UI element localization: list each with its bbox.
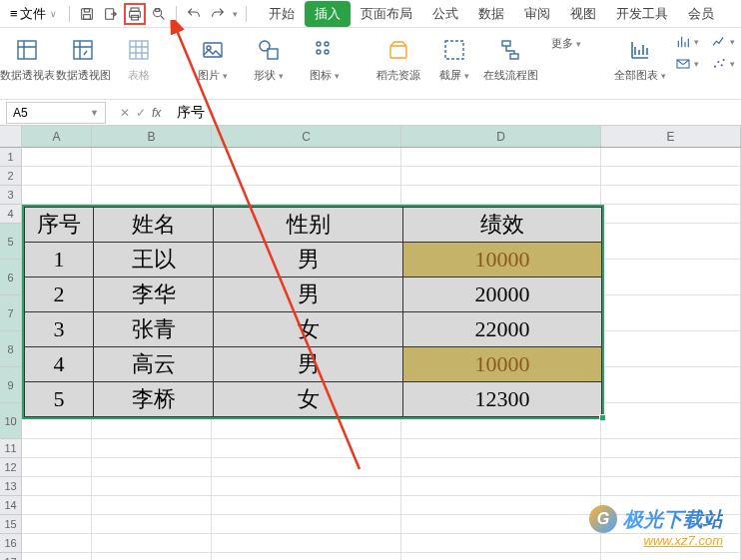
name-box[interactable]: A5 ▼ xyxy=(6,102,106,124)
data-cell[interactable]: 12300 xyxy=(403,382,602,417)
data-cell[interactable]: 女 xyxy=(214,382,403,417)
row-header[interactable]: 16 xyxy=(0,534,21,553)
cell[interactable] xyxy=(401,534,601,553)
data-cell[interactable]: 2 xyxy=(25,278,94,312)
cell[interactable] xyxy=(601,403,741,439)
cell[interactable] xyxy=(92,186,212,205)
cell[interactable] xyxy=(212,439,401,458)
cell[interactable] xyxy=(22,167,92,186)
more-button[interactable]: 更多 ▾ xyxy=(545,34,587,53)
data-cell[interactable]: 22000 xyxy=(403,312,602,347)
row-header[interactable]: 5 xyxy=(0,224,21,260)
cell[interactable] xyxy=(601,439,741,458)
cell[interactable] xyxy=(92,553,212,560)
cell[interactable] xyxy=(601,186,741,205)
cell[interactable] xyxy=(401,186,601,205)
cell[interactable] xyxy=(401,148,601,167)
cell[interactable] xyxy=(401,439,601,458)
shape-button[interactable]: 形状 ▾ xyxy=(248,34,290,85)
output-icon[interactable] xyxy=(100,3,122,25)
picture-button[interactable]: 图片 ▾ xyxy=(192,34,234,85)
print-icon[interactable] xyxy=(124,3,146,25)
col-header-B[interactable]: B xyxy=(92,126,212,147)
row-header[interactable]: 14 xyxy=(0,496,21,515)
chevron-down-icon[interactable]: ▾ xyxy=(231,9,240,19)
cell[interactable] xyxy=(22,515,92,534)
data-cell[interactable]: 男 xyxy=(214,347,403,382)
data-cell[interactable]: 李桥 xyxy=(94,382,214,417)
fx-button[interactable]: fx xyxy=(152,106,161,120)
tab-formula[interactable]: 公式 xyxy=(422,1,468,27)
data-cell[interactable]: 李华 xyxy=(94,278,214,312)
data-table[interactable]: 序号 姓名 性别 绩效 1王以男100002李华男200003张青女220004… xyxy=(24,207,602,417)
cell[interactable] xyxy=(601,553,741,560)
cell[interactable] xyxy=(212,496,401,515)
formula-input[interactable]: 序号 xyxy=(169,104,741,122)
chevron-down-icon[interactable]: ▼ xyxy=(90,108,99,118)
row-header[interactable]: 12 xyxy=(0,458,21,477)
cell[interactable] xyxy=(92,477,212,496)
row-header[interactable]: 7 xyxy=(0,295,21,331)
data-cell[interactable]: 5 xyxy=(25,382,94,417)
cell[interactable] xyxy=(22,496,92,515)
envelope-icon[interactable]: ▾ xyxy=(675,56,699,72)
col-header-C[interactable]: C xyxy=(212,126,401,147)
redo-icon[interactable] xyxy=(207,3,229,25)
save-icon[interactable] xyxy=(76,3,98,25)
cell[interactable] xyxy=(601,295,741,331)
row-header[interactable]: 15 xyxy=(0,515,21,534)
cell[interactable] xyxy=(401,477,601,496)
row-header[interactable]: 4 xyxy=(0,205,21,224)
cell[interactable] xyxy=(92,515,212,534)
bar-chart-icon[interactable]: ▾ xyxy=(675,34,699,50)
select-all-corner[interactable] xyxy=(0,126,21,148)
file-menu[interactable]: ≡ 文件 ∨ xyxy=(6,3,63,25)
pivot-chart-button[interactable]: 数据透视图 xyxy=(62,34,104,85)
header-cell[interactable]: 绩效 xyxy=(403,208,602,243)
row-header[interactable]: 1 xyxy=(0,148,21,167)
tab-view[interactable]: 视图 xyxy=(560,1,606,27)
cancel-icon[interactable]: ✕ xyxy=(120,106,130,120)
line-chart-icon[interactable]: ▾ xyxy=(711,34,735,50)
cell[interactable] xyxy=(601,477,741,496)
all-charts-button[interactable]: 全部图表 ▾ xyxy=(619,34,661,85)
cell[interactable] xyxy=(92,496,212,515)
cell[interactable] xyxy=(22,439,92,458)
col-header-E[interactable]: E xyxy=(601,126,741,147)
cell[interactable] xyxy=(601,260,741,295)
cell[interactable] xyxy=(401,515,601,534)
cell[interactable] xyxy=(401,553,601,560)
row-header[interactable]: 6 xyxy=(0,260,21,295)
cell[interactable] xyxy=(22,553,92,560)
cell[interactable] xyxy=(601,367,741,403)
undo-icon[interactable] xyxy=(183,3,205,25)
data-cell[interactable]: 女 xyxy=(214,312,403,347)
cell[interactable] xyxy=(212,515,401,534)
row-header[interactable]: 11 xyxy=(0,439,21,458)
row-header[interactable]: 10 xyxy=(0,403,21,439)
cell[interactable] xyxy=(212,148,401,167)
cell[interactable] xyxy=(22,458,92,477)
selection-handle[interactable] xyxy=(599,414,606,421)
cell[interactable] xyxy=(212,534,401,553)
cell[interactable] xyxy=(22,477,92,496)
cell[interactable] xyxy=(601,167,741,186)
tab-insert[interactable]: 插入 xyxy=(305,1,351,27)
cell[interactable] xyxy=(22,148,92,167)
cell[interactable] xyxy=(601,148,741,167)
cell[interactable] xyxy=(92,439,212,458)
data-cell[interactable]: 20000 xyxy=(403,278,602,312)
cell[interactable] xyxy=(212,186,401,205)
tab-member[interactable]: 会员 xyxy=(678,1,724,27)
row-header[interactable]: 13 xyxy=(0,477,21,496)
cell[interactable] xyxy=(22,534,92,553)
cell[interactable] xyxy=(212,553,401,560)
cell[interactable] xyxy=(92,148,212,167)
cell[interactable] xyxy=(22,186,92,205)
row-header[interactable]: 2 xyxy=(0,167,21,186)
col-header-A[interactable]: A xyxy=(22,126,92,147)
cell[interactable] xyxy=(601,331,741,367)
row-header[interactable]: 17 xyxy=(0,553,21,560)
tab-start[interactable]: 开始 xyxy=(259,1,305,27)
row-header[interactable]: 8 xyxy=(0,331,21,367)
